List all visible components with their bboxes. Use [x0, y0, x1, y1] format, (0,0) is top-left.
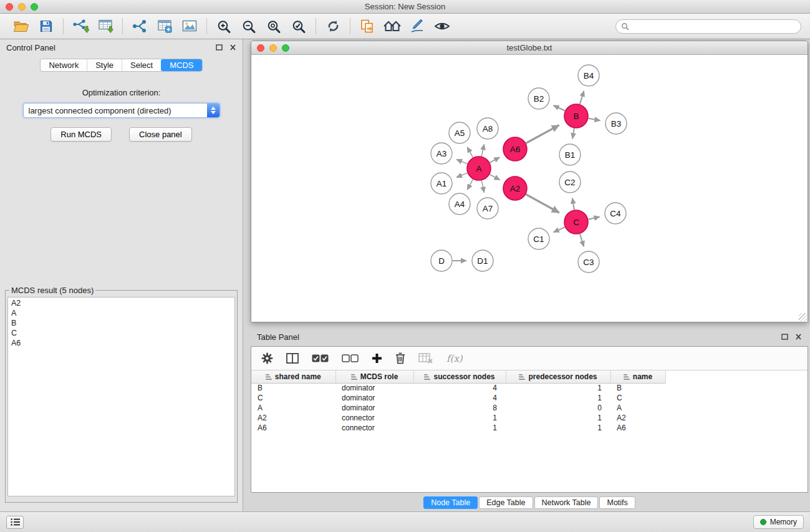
- tab-node-table[interactable]: Node Table: [423, 496, 478, 509]
- column-header-name[interactable]: name: [610, 370, 665, 383]
- float-table-panel-icon[interactable]: [781, 334, 788, 340]
- graph-node-A7[interactable]: A7: [477, 198, 498, 219]
- search-input[interactable]: [632, 22, 796, 31]
- delete-table-button[interactable]: [418, 353, 433, 364]
- zoom-out-button[interactable]: [236, 16, 261, 37]
- graph-edge-B-B1[interactable]: [572, 128, 574, 139]
- table-cell[interactable]: C: [251, 393, 335, 403]
- graph-node-A[interactable]: A: [467, 157, 491, 180]
- table-row[interactable]: A6connector11A6: [251, 423, 808, 433]
- graph-edge-A-A7[interactable]: [481, 181, 484, 193]
- graph-edge-A6-B[interactable]: [526, 125, 559, 143]
- table-cell[interactable]: dominator: [335, 393, 413, 403]
- graph-edge-A-A3[interactable]: [456, 160, 467, 164]
- import-table-from-file-button[interactable]: [93, 16, 118, 37]
- table-cell[interactable]: connector: [335, 423, 413, 433]
- close-panel-icon[interactable]: [229, 44, 236, 51]
- column-header-mcds-role[interactable]: MCDS role: [335, 370, 413, 383]
- graph-node-C[interactable]: C: [564, 210, 588, 234]
- table-cell[interactable]: 1: [413, 413, 506, 423]
- column-header-predecessor-nodes[interactable]: predecessor nodes: [506, 370, 610, 383]
- graph-node-A5[interactable]: A5: [449, 122, 470, 143]
- graph-edge-C-C1[interactable]: [554, 227, 565, 232]
- close-window-button[interactable]: [6, 3, 13, 11]
- graph-edge-C-C3[interactable]: [580, 234, 584, 246]
- close-network-window-button[interactable]: [257, 44, 264, 52]
- table-cell[interactable]: A6: [610, 423, 665, 433]
- graph-node-D1[interactable]: D1: [472, 250, 493, 271]
- home-button[interactable]: [380, 16, 405, 37]
- graph-node-B4[interactable]: B4: [578, 65, 599, 86]
- graph-edge-A2-C[interactable]: [526, 195, 559, 213]
- graph-node-A1[interactable]: A1: [431, 173, 452, 194]
- graph-edge-A-A8[interactable]: [481, 144, 484, 156]
- export-image-button[interactable]: [177, 16, 202, 37]
- table-cell[interactable]: 1: [506, 383, 610, 393]
- optimization-criterion-select[interactable]: largest connected component (directed): [23, 103, 220, 118]
- network-window-titlebar[interactable]: testGlobe.txt: [251, 41, 808, 55]
- graph-node-A6[interactable]: A6: [503, 137, 527, 161]
- column-header-successor-nodes[interactable]: successor nodes: [413, 370, 506, 383]
- graph-node-A8[interactable]: A8: [477, 118, 498, 139]
- table-cell[interactable]: B: [251, 383, 335, 393]
- table-cell[interactable]: dominator: [335, 403, 413, 413]
- graph-edge-A-A1[interactable]: [456, 173, 467, 177]
- tab-style[interactable]: Style: [87, 59, 122, 71]
- table-cell[interactable]: 1: [506, 413, 610, 423]
- mcds-result-item[interactable]: A2: [10, 298, 233, 308]
- table-row[interactable]: Cdominator41C: [251, 393, 808, 403]
- table-cell[interactable]: A6: [251, 423, 335, 433]
- table-cell[interactable]: 1: [506, 393, 610, 403]
- network-canvas[interactable]: B4B2BB3A8A5A6A3B1AC2A1A2A4A7C4CC1DD1C3: [251, 55, 808, 322]
- window-resize-grip[interactable]: [799, 313, 807, 321]
- table-row[interactable]: A2connector11A2: [251, 413, 808, 423]
- mcds-result-item[interactable]: A: [10, 308, 233, 318]
- table-settings-button[interactable]: [261, 352, 273, 364]
- graph-node-C1[interactable]: C1: [528, 228, 549, 249]
- run-mcds-button[interactable]: Run MCDS: [51, 127, 112, 142]
- mcds-result-item[interactable]: C: [10, 328, 233, 338]
- toolbar-search[interactable]: [615, 19, 801, 34]
- zoom-selected-button[interactable]: [286, 16, 311, 37]
- graph-edge-A-A4[interactable]: [467, 180, 473, 190]
- graph-node-C4[interactable]: C4: [605, 203, 626, 224]
- mcds-result-item[interactable]: A6: [10, 338, 233, 348]
- tab-select[interactable]: Select: [122, 59, 161, 71]
- graph-edge-B-B4[interactable]: [580, 91, 584, 104]
- float-panel-icon[interactable]: [216, 44, 223, 51]
- import-network-from-file-button[interactable]: [68, 16, 93, 37]
- task-history-button[interactable]: [6, 516, 24, 529]
- table-row[interactable]: Bdominator41B: [251, 383, 808, 393]
- table-cell[interactable]: 8: [413, 403, 506, 413]
- open-session-panel-button[interactable]: [355, 16, 380, 37]
- graph-node-A3[interactable]: A3: [431, 143, 452, 164]
- graph-node-C3[interactable]: C3: [578, 251, 599, 273]
- table-cell[interactable]: B: [610, 383, 665, 393]
- column-header-shared-name[interactable]: shared name: [251, 370, 335, 383]
- zoom-fit-button[interactable]: [261, 16, 286, 37]
- graph-node-A4[interactable]: A4: [449, 193, 470, 215]
- graph-edge-B-B3[interactable]: [589, 118, 600, 121]
- network-button[interactable]: [127, 16, 152, 37]
- table-cell[interactable]: A2: [251, 413, 335, 423]
- table-cell[interactable]: 1: [506, 423, 610, 433]
- zoom-window-button[interactable]: [31, 3, 38, 11]
- tab-network-table[interactable]: Network Table: [534, 496, 599, 509]
- graph-node-A2[interactable]: A2: [503, 177, 527, 200]
- zoom-in-button[interactable]: [211, 16, 236, 37]
- graph-node-B[interactable]: B: [564, 104, 588, 128]
- add-column-button[interactable]: [372, 353, 382, 364]
- graph-node-B2[interactable]: B2: [528, 88, 549, 109]
- tab-mcds[interactable]: MCDS: [161, 59, 201, 71]
- table-cell[interactable]: 0: [506, 403, 610, 413]
- table-row[interactable]: Adominator80A: [251, 403, 808, 413]
- mcds-result-item[interactable]: B: [10, 318, 233, 328]
- tab-network[interactable]: Network: [41, 59, 87, 71]
- function-builder-button[interactable]: f(x): [446, 353, 463, 364]
- table-cell[interactable]: A2: [610, 413, 665, 423]
- table-cell[interactable]: C: [610, 393, 665, 403]
- graph-edge-B-B2[interactable]: [554, 105, 565, 111]
- close-table-panel-icon[interactable]: [795, 334, 802, 340]
- graph-node-B3[interactable]: B3: [605, 113, 627, 134]
- graph-edge-A-A2[interactable]: [490, 175, 500, 180]
